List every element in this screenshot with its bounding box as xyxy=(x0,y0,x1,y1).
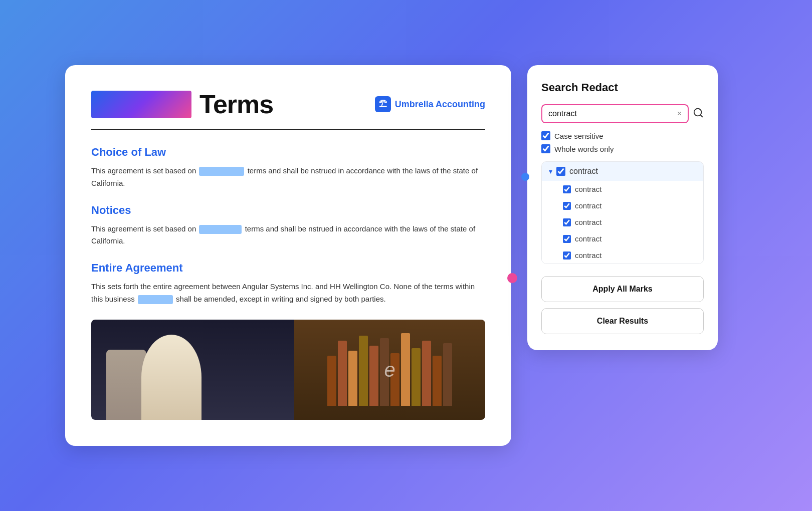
result-item-label-4: contract xyxy=(575,234,601,243)
result-item-label-1: contract xyxy=(575,185,601,193)
result-group-header[interactable]: ▾ contract xyxy=(542,162,703,181)
section-heading-notices: Notices xyxy=(91,204,485,217)
doc-divider xyxy=(91,129,485,130)
image-left xyxy=(91,320,294,420)
search-input-wrapper[interactable]: × xyxy=(541,104,689,123)
result-item-1[interactable]: contract xyxy=(542,181,703,197)
result-item-checkbox-2[interactable] xyxy=(563,202,571,210)
whole-words-checkbox[interactable] xyxy=(541,144,550,153)
result-item-4[interactable]: contract xyxy=(542,230,703,247)
result-item-label-5: contract xyxy=(575,251,601,260)
case-sensitive-checkbox[interactable] xyxy=(541,131,550,140)
doc-title-section: Terms xyxy=(91,89,273,119)
chevron-down-icon: ▾ xyxy=(549,167,552,175)
result-item-checkbox-3[interactable] xyxy=(563,218,571,226)
redacted-block-3 xyxy=(138,295,173,304)
redacted-block-2 xyxy=(199,225,242,234)
result-item-checkbox-5[interactable] xyxy=(563,251,571,260)
svg-line-1 xyxy=(700,115,702,117)
result-items: contract contract contract contract cont… xyxy=(542,181,703,264)
case-sensitive-row: Case sensitive xyxy=(541,131,704,140)
image-right: e xyxy=(294,320,485,420)
results-container: ▾ contract contract contract contract xyxy=(541,161,704,264)
search-icon-button[interactable] xyxy=(693,107,704,121)
result-item-2[interactable]: contract xyxy=(542,197,703,214)
result-item-checkbox-4[interactable] xyxy=(563,235,571,243)
symbol-overlay: e xyxy=(384,358,395,381)
section-text-choice-of-law: This agreement is set based on terms and… xyxy=(91,165,485,190)
result-group-checkbox[interactable] xyxy=(556,167,565,176)
result-item-label-2: contract xyxy=(575,201,601,210)
apply-all-marks-button[interactable]: Apply All Marks xyxy=(541,276,704,302)
result-group-label: contract xyxy=(569,167,598,176)
section-heading-choice-of-law: Choice of Law xyxy=(91,146,485,159)
section-text-entire-agreement: This sets forth the entire agreement bet… xyxy=(91,281,485,306)
case-sensitive-label: Case sensitive xyxy=(554,132,603,140)
statue-main xyxy=(141,335,201,420)
doc-image: e xyxy=(91,320,485,420)
search-panel-title: Search Redact xyxy=(541,81,704,94)
search-clear-button[interactable]: × xyxy=(675,108,684,119)
doc-title: Terms xyxy=(199,89,273,119)
search-input[interactable] xyxy=(546,105,675,122)
company-name: Umbrella Accounting xyxy=(395,99,485,110)
search-panel: Search Redact × Case sensitive Whole wor… xyxy=(527,65,718,350)
company-icon: ⛱ xyxy=(375,96,391,112)
result-item-label-3: contract xyxy=(575,218,601,226)
redacted-block-1 xyxy=(199,167,244,176)
section-text-notices: This agreement is set based on terms and… xyxy=(91,223,485,248)
statue-small xyxy=(106,350,146,420)
company-logo: ⛱ Umbrella Accounting xyxy=(375,96,485,112)
result-item-checkbox-1[interactable] xyxy=(563,185,571,193)
result-item-3[interactable]: contract xyxy=(542,214,703,230)
whole-words-label: Whole words only xyxy=(554,145,614,153)
connector-dot-blue xyxy=(521,173,529,181)
search-input-row: × xyxy=(541,104,704,123)
document-panel: Terms ⛱ Umbrella Accounting Choice of La… xyxy=(65,65,511,446)
connector-dot-pink xyxy=(507,273,517,283)
clear-results-button[interactable]: Clear Results xyxy=(541,308,704,334)
doc-header: Terms ⛱ Umbrella Accounting xyxy=(91,89,485,119)
action-buttons: Apply All Marks Clear Results xyxy=(541,276,704,334)
whole-words-row: Whole words only xyxy=(541,144,704,153)
result-item-5[interactable]: contract xyxy=(542,247,703,264)
section-heading-entire-agreement: Entire Agreement xyxy=(91,262,485,275)
title-bar-graphic xyxy=(91,91,191,118)
